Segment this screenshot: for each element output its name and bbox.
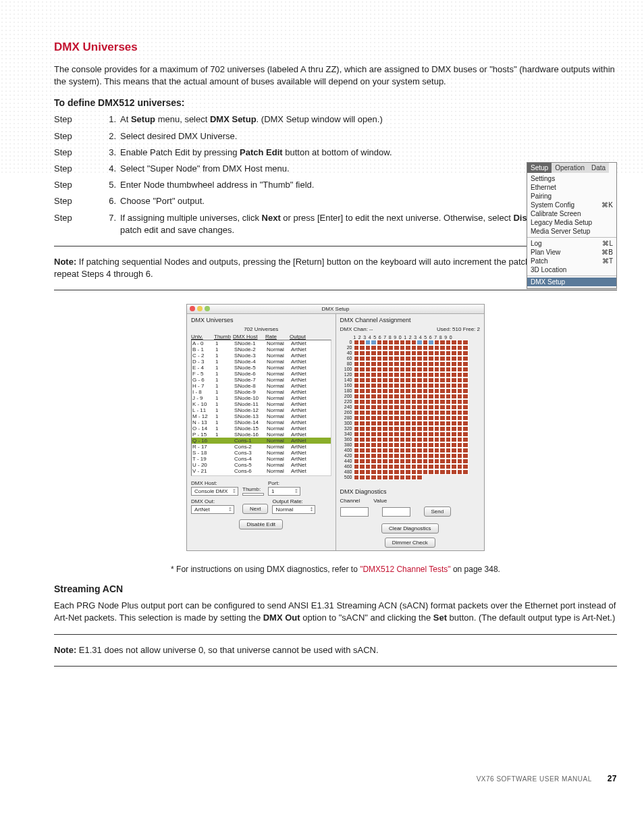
- channel-cell[interactable]: [451, 415, 457, 421]
- channel-cell[interactable]: [451, 437, 457, 442]
- channel-cell[interactable]: [377, 345, 383, 350]
- channel-cell[interactable]: [405, 459, 411, 464]
- channel-cell[interactable]: [411, 394, 417, 399]
- table-row[interactable]: O - 141SNode-15NormalArtNet: [192, 425, 331, 432]
- channel-cell[interactable]: [400, 469, 406, 475]
- channel-cell[interactable]: [423, 410, 429, 415]
- channel-cell[interactable]: [434, 372, 440, 377]
- channel-cell[interactable]: [354, 345, 360, 350]
- channel-cell[interactable]: [405, 367, 411, 372]
- channel-cell[interactable]: [451, 383, 457, 388]
- channel-cell[interactable]: [411, 405, 417, 410]
- channel-cell[interactable]: [394, 377, 400, 383]
- channel-cell[interactable]: [439, 388, 446, 394]
- channel-cell[interactable]: [428, 356, 434, 361]
- channel-cell[interactable]: [371, 367, 377, 372]
- channel-cell[interactable]: [417, 459, 423, 464]
- channel-cell[interactable]: [371, 426, 377, 432]
- channel-cell[interactable]: [365, 388, 371, 394]
- channel-cell[interactable]: [428, 361, 434, 367]
- channel-cell[interactable]: [462, 421, 468, 426]
- channel-cell[interactable]: [446, 388, 452, 394]
- channel-cell[interactable]: [394, 394, 400, 399]
- channel-cell[interactable]: [428, 350, 434, 356]
- channel-cell[interactable]: [446, 437, 452, 442]
- diag-channel-input[interactable]: [340, 507, 369, 517]
- channel-cell[interactable]: [377, 432, 383, 437]
- channel-cell[interactable]: [359, 415, 365, 421]
- channel-cell[interactable]: [382, 464, 388, 469]
- channel-cell[interactable]: [423, 350, 429, 356]
- channel-cell[interactable]: [354, 340, 360, 345]
- channel-cell[interactable]: [462, 410, 468, 415]
- channel-cell[interactable]: [457, 421, 463, 426]
- channel-cell[interactable]: [371, 345, 377, 350]
- channel-cell[interactable]: [359, 475, 365, 480]
- channel-cell[interactable]: [446, 372, 452, 377]
- channel-cell[interactable]: [371, 459, 377, 464]
- channel-cell[interactable]: [405, 361, 411, 367]
- channel-cell[interactable]: [434, 410, 440, 415]
- table-row[interactable]: Q - 16Cons-1NormalArtNet: [192, 438, 331, 444]
- channel-cell[interactable]: [388, 377, 394, 383]
- channel-cell[interactable]: [417, 432, 423, 437]
- channel-cell[interactable]: [377, 377, 383, 383]
- channel-cell[interactable]: [371, 410, 377, 415]
- channel-cell[interactable]: [446, 459, 452, 464]
- channel-cell[interactable]: [377, 437, 383, 442]
- channel-cell[interactable]: [434, 415, 440, 421]
- channel-cell[interactable]: [423, 432, 429, 437]
- channel-cell[interactable]: [457, 464, 463, 469]
- channel-cell[interactable]: [394, 388, 400, 394]
- channel-cell[interactable]: [371, 388, 377, 394]
- channel-cell[interactable]: [434, 453, 440, 459]
- channel-cell[interactable]: [423, 459, 429, 464]
- channel-cell[interactable]: [400, 340, 406, 345]
- channel-cell[interactable]: [365, 432, 371, 437]
- channel-cell[interactable]: [417, 442, 423, 448]
- channel-cell[interactable]: [400, 448, 406, 453]
- channel-cell[interactable]: [446, 383, 452, 388]
- channel-cell[interactable]: [417, 367, 423, 372]
- channel-cell[interactable]: [371, 421, 377, 426]
- channel-cell[interactable]: [423, 448, 429, 453]
- channel-cell[interactable]: [371, 475, 377, 480]
- channel-cell[interactable]: [377, 415, 383, 421]
- channel-cell[interactable]: [405, 383, 411, 388]
- channel-cell[interactable]: [446, 361, 452, 367]
- table-row[interactable]: B - 11SNode-2NormalArtNet: [192, 346, 331, 353]
- channel-cell[interactable]: [388, 356, 394, 361]
- channel-cell[interactable]: [457, 448, 463, 453]
- channel-cell[interactable]: [428, 377, 434, 383]
- channel-cell[interactable]: [462, 394, 468, 399]
- channel-cell[interactable]: [428, 448, 434, 453]
- menu-item[interactable]: Legacy Media Setup: [527, 218, 616, 227]
- channel-cell[interactable]: [354, 372, 360, 377]
- channel-cell[interactable]: [359, 388, 365, 394]
- channel-cell[interactable]: [457, 383, 463, 388]
- channel-cell[interactable]: [365, 453, 371, 459]
- channel-cell[interactable]: [394, 421, 400, 426]
- channel-cell[interactable]: [434, 361, 440, 367]
- channel-cell[interactable]: [400, 410, 406, 415]
- channel-cell[interactable]: [411, 453, 417, 459]
- channel-cell[interactable]: [451, 410, 457, 415]
- channel-cell[interactable]: [382, 410, 388, 415]
- channel-cell[interactable]: [365, 459, 371, 464]
- channel-cell[interactable]: [388, 345, 394, 350]
- channel-cell[interactable]: [354, 350, 360, 356]
- channel-cell[interactable]: [359, 350, 365, 356]
- channel-cell[interactable]: [405, 448, 411, 453]
- channel-cell[interactable]: [434, 356, 440, 361]
- channel-cell[interactable]: [365, 367, 371, 372]
- channel-cell[interactable]: [365, 340, 371, 345]
- channel-cell[interactable]: [462, 361, 468, 367]
- channel-cell[interactable]: [446, 356, 452, 361]
- menu-item[interactable]: Plan View⌘B: [527, 248, 616, 257]
- channel-cell[interactable]: [388, 453, 394, 459]
- table-row[interactable]: I - 81SNode-9NormalArtNet: [192, 389, 331, 395]
- channel-cell[interactable]: [446, 421, 452, 426]
- channel-cell[interactable]: [365, 415, 371, 421]
- channel-cell[interactable]: [451, 350, 457, 356]
- channel-cell[interactable]: [423, 469, 429, 475]
